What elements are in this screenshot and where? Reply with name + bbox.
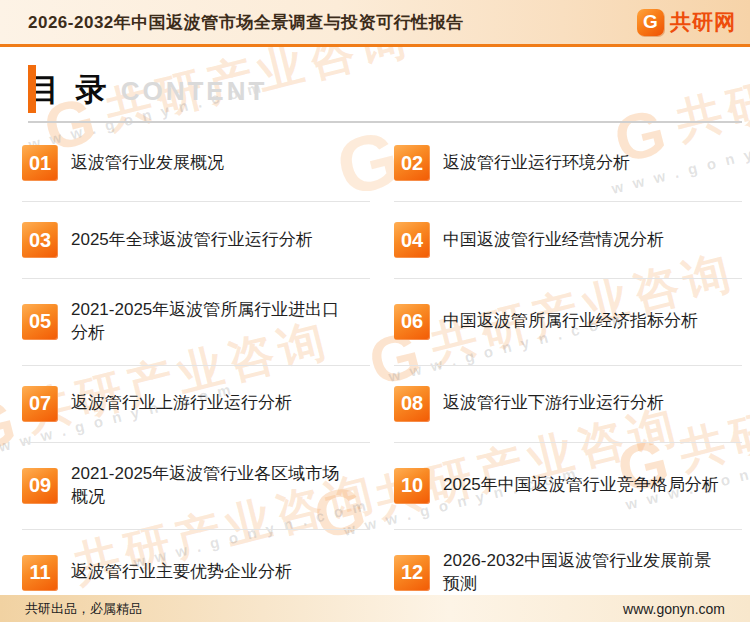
toc-item-number: 12 [394,555,430,591]
toc-item-09[interactable]: 09 2021-2025年返波管行业各区域市场概况 [22,443,370,530]
toc-heading: 目 录 [28,69,111,111]
toc-item-04[interactable]: 04 中国返波管行业经营情况分析 [394,202,742,279]
toc-item-label: 2025年中国返波管行业竞争格局分析 [443,474,719,497]
toc-heading-english: CONTENT [121,76,268,107]
brand-logo-text: 共研网 [670,8,736,36]
toc-item-label: 返波管行业下游行业运行分析 [443,392,664,415]
brand-g-icon: G [637,9,664,36]
report-title: 2026-2032年中国返波管市场全景调查与投资可行性报告 [28,11,464,34]
toc-item-10[interactable]: 10 2025年中国返波管行业竞争格局分析 [394,443,742,530]
toc-item-number: 11 [22,555,58,591]
toc-item-07[interactable]: 07 返波管行业上游行业运行分析 [22,366,370,443]
toc-item-label: 2025年全球返波管行业运行分析 [71,229,313,252]
toc-item-label: 2026-2032中国返波管行业发展前景预测 [443,550,719,596]
toc-item-number: 03 [22,222,58,258]
toc-item-number: 10 [394,468,430,504]
toc-item-label: 返波管行业主要优势企业分析 [71,561,292,584]
toc-item-label: 返波管行业上游行业运行分析 [71,392,292,415]
toc-item-number: 05 [22,304,58,340]
toc-content: 目 录 CONTENT 01 返波管行业发展概况 02 返波管行业运行环境分析 … [0,69,750,617]
toc-item-05[interactable]: 05 2021-2025年返波管所属行业进出口分析 [22,279,370,366]
report-toc-page: 2026-2032年中国返波管市场全景调查与投资可行性报告 G 共研网 G共研产… [0,0,750,622]
toc-item-03[interactable]: 03 2025年全球返波管行业运行分析 [22,202,370,279]
header: 2026-2032年中国返波管市场全景调查与投资可行性报告 G 共研网 [0,0,750,47]
footer-slogan: 共研出品，必属精品 [25,600,142,618]
toc-item-label: 中国返波管所属行业经济指标分析 [443,310,698,333]
footer: 共研出品，必属精品 www.gonyn.com [0,595,750,622]
toc-item-number: 02 [394,145,430,181]
accent-bar [28,65,36,113]
toc-item-06[interactable]: 06 中国返波管所属行业经济指标分析 [394,279,742,366]
brand-logo[interactable]: G 共研网 [637,8,736,36]
toc-item-label: 2021-2025年返波管行业各区域市场概况 [71,463,347,509]
footer-website-link[interactable]: www.gonyn.com [623,601,725,617]
toc-item-number: 06 [394,304,430,340]
toc-item-number: 01 [22,145,58,181]
toc-item-number: 09 [22,468,58,504]
toc-header: 目 录 CONTENT [28,69,742,123]
toc-item-number: 08 [394,386,430,422]
toc-item-02[interactable]: 02 返波管行业运行环境分析 [394,125,742,202]
toc-item-number: 04 [394,222,430,258]
toc-item-label: 2021-2025年返波管所属行业进出口分析 [71,299,347,345]
toc-item-08[interactable]: 08 返波管行业下游行业运行分析 [394,366,742,443]
toc-grid: 01 返波管行业发展概况 02 返波管行业运行环境分析 03 2025年全球返波… [22,125,742,617]
toc-item-label: 返波管行业运行环境分析 [443,152,630,175]
toc-item-number: 07 [22,386,58,422]
toc-item-label: 返波管行业发展概况 [71,152,224,175]
toc-item-label: 中国返波管行业经营情况分析 [443,229,664,252]
toc-item-01[interactable]: 01 返波管行业发展概况 [22,125,370,202]
